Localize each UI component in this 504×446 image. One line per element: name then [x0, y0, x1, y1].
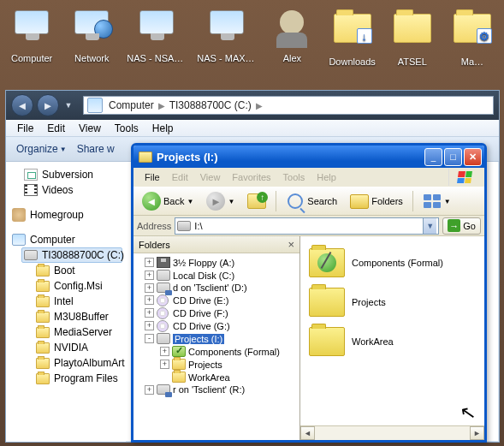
expand-toggle[interactable]: + — [145, 258, 154, 267]
desktop-icon-computer[interactable]: Computer — [7, 7, 56, 67]
up-button[interactable] — [242, 188, 271, 214]
menu-help[interactable]: Help — [311, 170, 342, 184]
sidebar-subversion[interactable]: Subversion — [21, 167, 122, 182]
scroll-right-button[interactable]: ► — [470, 426, 484, 440]
maximize-button[interactable]: □ — [444, 148, 462, 166]
menu-edit[interactable]: Edit — [166, 170, 194, 184]
share-button[interactable]: Share w — [72, 140, 120, 158]
desktop-icon-ma-[interactable]: ⚙Ma… — [448, 7, 497, 67]
expand-toggle[interactable]: + — [145, 321, 154, 330]
sidebar-folder-nvidia[interactable]: NVIDIA — [33, 340, 122, 355]
floppy-icon — [157, 257, 170, 268]
drive-icon — [177, 221, 191, 231]
sidebar-folder-m3u8buffer[interactable]: M3U8Buffer — [33, 309, 122, 324]
go-button[interactable]: →Go — [442, 217, 481, 235]
sidebar-folder-intel[interactable]: Intel — [33, 294, 122, 309]
expand-toggle[interactable]: + — [145, 283, 154, 293]
homegroup-icon — [12, 208, 26, 222]
close-folders-pane[interactable]: × — [288, 238, 294, 251]
tree-item-workarea[interactable]: WorkArea — [136, 371, 297, 384]
tree-item-local-disk-c-[interactable]: +Local Disk (C:) — [136, 269, 297, 282]
menu-view[interactable]: View — [194, 170, 227, 184]
tree-item-r-on-tsclient-r-[interactable]: +r on 'Tsclient' (R:) — [136, 384, 297, 395]
network-drive-icon — [157, 384, 170, 395]
desktop-icon-alex[interactable]: Alex — [267, 7, 317, 67]
tree-item-components-formal-[interactable]: +Components (Formal) — [136, 345, 297, 358]
tree-item-3-floppy-a-[interactable]: +3½ Floppy (A:) — [136, 256, 297, 269]
folder-icon — [309, 288, 345, 317]
menu-help[interactable]: Help — [146, 122, 180, 135]
desktop-icon-network[interactable]: Network — [67, 7, 116, 67]
forward-button[interactable]: ►▼ — [201, 188, 240, 214]
back-button[interactable]: ◄ — [11, 94, 33, 116]
folder-icon — [36, 342, 50, 354]
tree-item-d-on-tsclient-d-[interactable]: +d on 'Tsclient' (D:) — [136, 282, 297, 294]
folders-pane-header: Folders × — [133, 236, 299, 253]
sidebar-drive-c[interactable]: TI30888700C (C:) — [21, 247, 122, 263]
sidebar-videos[interactable]: Videos — [21, 182, 122, 198]
menu-tools[interactable]: Tools — [109, 122, 145, 135]
tree-item-cd-drive-g-[interactable]: +CD Drive (G:) — [136, 319, 297, 332]
address-bar[interactable]: Computer ▶ TI30888700C (C:) ▶ — [83, 96, 494, 115]
breadcrumb-separator: ▶ — [254, 101, 264, 110]
tree-item-cd-drive-f-[interactable]: +CD Drive (F:) — [136, 306, 297, 319]
desktop-icon-atsel[interactable]: ATSEL — [388, 7, 437, 67]
address-label: Address — [137, 221, 171, 231]
organize-button[interactable]: Organize ▼ — [11, 140, 72, 158]
breadcrumb-drive[interactable]: TI30888700C (C:) — [167, 99, 254, 111]
scroll-left-button[interactable]: ◄ — [300, 426, 315, 440]
address-input[interactable]: I:\ ▼ — [175, 217, 439, 235]
desktop-icon-nas-nsa210[interactable]: NAS - NSA210 — [127, 7, 187, 67]
expand-toggle[interactable]: - — [145, 334, 154, 343]
sidebar-folder-program-files[interactable]: Program Files — [33, 371, 122, 386]
expand-toggle[interactable]: + — [160, 360, 169, 369]
breadcrumb-computer[interactable]: Computer — [106, 99, 157, 111]
expand-toggle[interactable]: + — [145, 385, 154, 395]
menu-favorites[interactable]: Favorites — [226, 170, 276, 184]
menu-tools[interactable]: Tools — [277, 170, 311, 184]
folder-icon — [172, 359, 186, 370]
sidebar-folder-mediaserver[interactable]: MediaServer — [33, 324, 122, 340]
tree-item-projects-i-[interactable]: -Projects (I:) — [136, 332, 297, 345]
forward-button[interactable]: ► — [37, 94, 59, 116]
sidebar-homegroup[interactable]: Homegroup — [9, 206, 122, 223]
folder-item-projects[interactable]: Projects — [307, 282, 477, 322]
folders-pane: Folders × +3½ Floppy (A:)+Local Disk (C:… — [133, 236, 300, 440]
folder-icon — [139, 152, 152, 163]
sidebar-folder-playtoalbumart[interactable]: PlaytoAlbumArt — [33, 355, 122, 371]
back-button[interactable]: ◄Back ▼ — [137, 188, 199, 214]
tree-item-cd-drive-e-[interactable]: +CD Drive (E:) — [136, 294, 297, 306]
minimize-button[interactable]: _ — [424, 148, 442, 166]
folder-item-components-formal-[interactable]: Components (Formal) — [307, 243, 477, 282]
mouse-cursor: ↖ — [459, 401, 477, 426]
desktop-icon-downloads[interactable]: ↓Downloads — [328, 7, 377, 67]
sidebar-computer[interactable]: Computer — [9, 232, 122, 247]
tree-item-projects[interactable]: +Projects — [136, 358, 297, 371]
menu-file[interactable]: File — [139, 170, 166, 184]
explorer-window-xp: Projects (I:) _ □ ✕ File Edit View Favor… — [131, 143, 487, 443]
sidebar-folder-boot[interactable]: Boot — [33, 263, 122, 278]
menu-view[interactable]: View — [73, 122, 107, 135]
desktop-icon-nas-maxtor[interactable]: NAS - MAXTOR — [197, 7, 257, 67]
nav-history-dropdown[interactable]: ▼ — [62, 97, 74, 114]
expand-toggle[interactable]: + — [145, 271, 154, 280]
drive-icon — [24, 250, 38, 260]
expand-toggle[interactable]: + — [160, 347, 169, 356]
folder-icon — [309, 327, 345, 356]
address-dropdown[interactable]: ▼ — [423, 218, 436, 234]
xp-address-bar: Address I:\ ▼ →Go — [133, 216, 484, 236]
xp-title-bar[interactable]: Projects (I:) _ □ ✕ — [133, 146, 484, 168]
menu-file[interactable]: File — [11, 122, 39, 135]
close-button[interactable]: ✕ — [464, 148, 482, 166]
expand-toggle[interactable]: + — [145, 295, 154, 305]
horizontal-scrollbar[interactable]: ◄ ► — [300, 425, 484, 440]
menu-edit[interactable]: Edit — [41, 122, 71, 135]
folder-item-workarea[interactable]: WorkArea — [307, 322, 477, 361]
folders-button[interactable]: Folders — [345, 188, 408, 214]
search-button[interactable]: Search — [281, 188, 342, 214]
win7-sidebar: Subversion Videos Homegroup Computer TI3… — [6, 162, 126, 442]
content-pane[interactable]: Components (Formal)ProjectsWorkArea ◄ ► … — [300, 236, 484, 440]
views-button[interactable]: ▼ — [418, 188, 456, 214]
expand-toggle[interactable]: + — [145, 308, 154, 318]
sidebar-folder-config-msi[interactable]: Config.Msi — [33, 278, 122, 294]
